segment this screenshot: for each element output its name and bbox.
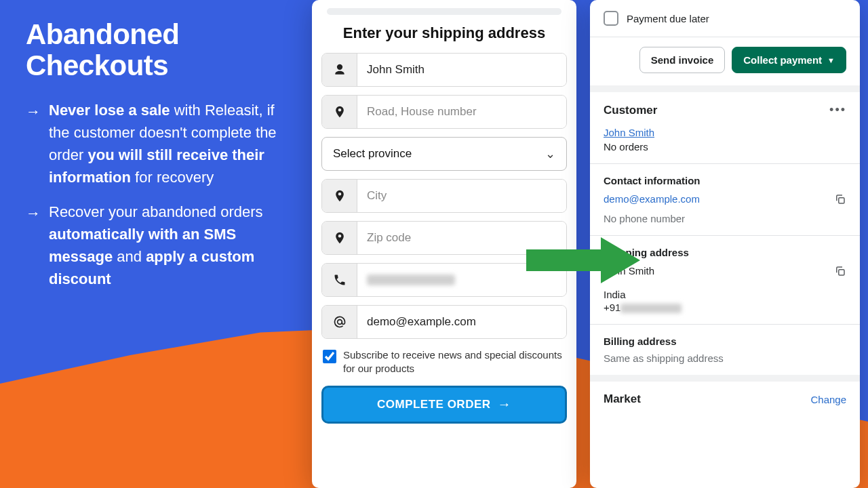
location-icon [322, 96, 357, 128]
copy-email-icon[interactable] [834, 193, 846, 207]
market-heading: Market [604, 392, 641, 406]
shipping-country: India [604, 289, 846, 300]
payment-due-row: Payment due later [590, 0, 860, 37]
road-input[interactable] [357, 96, 566, 128]
promo-column: Abandoned Checkouts Never lose a sale wi… [26, 19, 297, 302]
contact-email-link[interactable]: demo@example.com [604, 193, 700, 205]
billing-same: Same as shipping address [604, 352, 846, 364]
send-invoice-button[interactable]: Send invoice [639, 47, 726, 73]
complete-order-button[interactable]: COMPLETE ORDER → [321, 386, 567, 424]
name-input[interactable] [357, 54, 566, 86]
location-icon [322, 180, 357, 212]
flow-arrow-icon [526, 233, 642, 290]
promo-title-line1: Abandoned [26, 18, 179, 50]
subscribe-label: Subscribe to receive news and special di… [343, 348, 566, 376]
subscribe-row: Subscribe to receive news and special di… [321, 347, 567, 386]
market-section: Market Change [590, 382, 860, 417]
province-label: Select province [333, 147, 412, 161]
person-icon [322, 54, 357, 86]
contact-section: Contact information demo@example.com No … [590, 164, 860, 235]
promo-bullet-2: Recover your abandoned orders automatica… [26, 201, 297, 290]
email-input-row [321, 305, 567, 339]
billing-section: Billing address Same as shipping address [590, 325, 860, 375]
email-input[interactable] [357, 306, 566, 338]
billing-heading: Billing address [604, 336, 846, 347]
chevron-down-icon: ⌄ [545, 146, 555, 161]
city-input[interactable] [357, 180, 566, 212]
payment-actions: Send invoice Collect payment ▼ [590, 37, 860, 85]
customer-section: Customer ••• John Smith No orders [590, 92, 860, 163]
road-input-row [321, 95, 567, 129]
customer-no-orders: No orders [604, 141, 846, 152]
at-icon [322, 306, 357, 338]
form-heading: Enter your shipping address [321, 24, 567, 42]
complete-order-label: COMPLETE ORDER [377, 398, 491, 411]
province-select[interactable]: Select province ⌄ [321, 137, 567, 171]
form-header-stub [327, 8, 561, 15]
collect-payment-label: Collect payment [743, 54, 822, 66]
contact-no-phone: No phone number [604, 213, 846, 224]
phone-value-redacted [367, 274, 455, 285]
svg-rect-3 [839, 270, 844, 275]
location-icon [322, 222, 357, 254]
promo-title: Abandoned Checkouts [26, 19, 297, 81]
shipping-phone: +91 [604, 302, 846, 313]
svg-point-0 [337, 320, 342, 325]
caret-down-icon: ▼ [827, 56, 835, 64]
market-change-link[interactable]: Change [810, 394, 846, 405]
payment-due-checkbox[interactable] [604, 11, 618, 26]
svg-rect-2 [839, 198, 844, 203]
payment-due-label: Payment due later [627, 13, 709, 24]
promo-bullet-1: Never lose a sale with Releasit, if the … [26, 99, 297, 188]
customer-heading: Customer [604, 104, 657, 117]
promo-title-line2: Checkouts [26, 49, 168, 81]
copy-shipping-icon[interactable] [834, 265, 846, 279]
arrow-right-icon: → [498, 396, 512, 412]
customer-menu-icon[interactable]: ••• [829, 103, 846, 117]
phone-icon [322, 264, 357, 296]
collect-payment-button[interactable]: Collect payment ▼ [732, 47, 846, 73]
subscribe-checkbox[interactable] [323, 350, 336, 363]
svg-marker-1 [526, 237, 640, 283]
name-input-row [321, 53, 567, 87]
city-input-row [321, 179, 567, 213]
customer-name-link[interactable]: John Smith [604, 127, 654, 138]
shipping-phone-redacted [620, 304, 682, 313]
contact-heading: Contact information [604, 175, 846, 186]
